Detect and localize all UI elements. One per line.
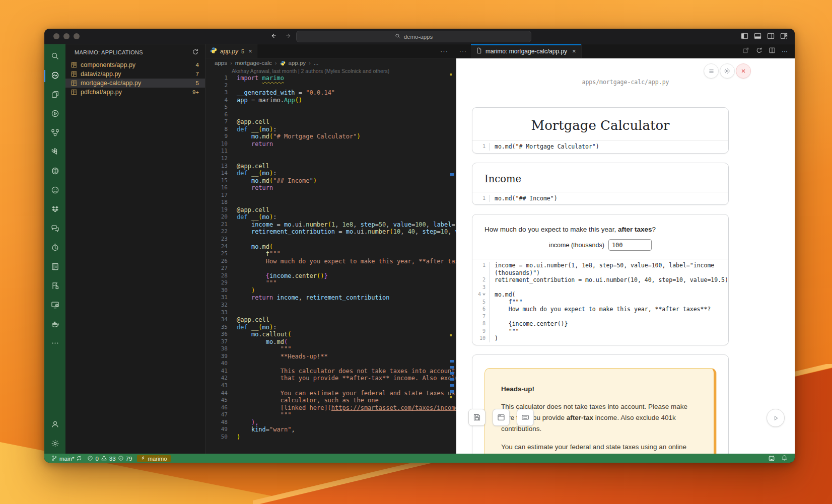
- tab-close-icon[interactable]: ×: [248, 47, 252, 55]
- code-line[interactable]: 4app = marimo.App(): [205, 97, 456, 104]
- problems-status[interactable]: 0 33 79: [87, 455, 132, 462]
- tab-app-py[interactable]: app.py 5 ×: [205, 44, 257, 58]
- code-line[interactable]: 22 retirement_contribution = mo.ui.numbe…: [205, 228, 456, 236]
- code-line[interactable]: 30 ): [205, 287, 456, 295]
- code-line[interactable]: 32: [205, 302, 456, 309]
- code-line[interactable]: 6 How much do you expect to make this ye…: [472, 306, 728, 313]
- code-line[interactable]: 7@app.cell: [205, 118, 456, 126]
- code-line[interactable]: 17: [205, 192, 456, 199]
- code-line[interactable]: 11: [205, 148, 456, 155]
- sidebar-file-pdfchat-app-py[interactable]: pdfchat/app.py9+: [65, 88, 205, 97]
- code-line[interactable]: 44 You can estimate your federal and sta…: [205, 390, 456, 397]
- code-line[interactable]: 2retirement_contribution = mo.ui.number(…: [472, 276, 728, 284]
- toggle-sidebar-icon[interactable]: [741, 32, 748, 40]
- code-line[interactable]: 28 {income.center()}: [205, 272, 456, 280]
- command-center-search[interactable]: demo-apps: [296, 31, 531, 42]
- code-line[interactable]: 29 """: [205, 279, 456, 287]
- code-line[interactable]: 16 return: [205, 184, 456, 192]
- code-line[interactable]: 40: [205, 360, 456, 368]
- marimo-extension-status[interactable]: marimo: [137, 455, 170, 462]
- zoom-window-button[interactable]: [74, 33, 80, 39]
- keyboard-shortcuts-button[interactable]: [517, 409, 534, 426]
- activity-remote-explorer[interactable]: [44, 296, 65, 315]
- code-line[interactable]: 45 calculator, such as the one: [205, 397, 456, 404]
- activity-comments[interactable]: [44, 220, 65, 239]
- open-in-browser-button[interactable]: [493, 409, 510, 426]
- menu-button[interactable]: [704, 63, 719, 79]
- save-button[interactable]: [468, 409, 486, 426]
- activity-marimo[interactable]: [44, 66, 65, 86]
- breadcrumb-item[interactable]: app.py: [289, 60, 306, 66]
- code-line[interactable]: 50): [205, 434, 456, 441]
- code-line[interactable]: 38 """: [205, 345, 456, 353]
- code-line[interactable]: 10 return: [205, 140, 456, 148]
- overview-ruler[interactable]: [449, 44, 456, 454]
- breadcrumb-item[interactable]: ...: [314, 60, 319, 66]
- tab-overflow-icon[interactable]: ···: [456, 44, 471, 58]
- code-line[interactable]: 21 income = mo.ui.number(1, 1e8, step=50…: [205, 221, 456, 229]
- activity-debug-flag[interactable]: [44, 277, 65, 296]
- code-line[interactable]: 1mo.md("# Mortgage Calculator"): [472, 143, 728, 151]
- toggle-secondary-sidebar-icon[interactable]: [767, 32, 775, 40]
- cell-code[interactable]: 1mo.md("## Income"): [472, 192, 728, 205]
- code-line[interactable]: 48 ),: [205, 419, 456, 426]
- code-line[interactable]: 9 """: [472, 328, 728, 335]
- code-line[interactable]: 31 return income, retirement_contributio…: [205, 294, 456, 302]
- code-line[interactable]: 23: [205, 236, 456, 243]
- code-line[interactable]: 1mo.md("## Income"): [472, 195, 728, 202]
- reload-icon[interactable]: [755, 47, 762, 55]
- run-app-button[interactable]: [767, 409, 785, 427]
- code-line[interactable]: 13@app.cell: [205, 163, 456, 170]
- tab-marimo-preview[interactable]: marimo: mortgage-calc/app.py ×: [471, 44, 582, 58]
- code-line[interactable]: 39 **Heads-up!**: [205, 353, 456, 361]
- close-preview-button[interactable]: [736, 63, 751, 79]
- activity-run[interactable]: [44, 105, 65, 124]
- activity-timer[interactable]: [44, 239, 65, 258]
- breadcrumb-item[interactable]: apps: [215, 60, 227, 66]
- settings-gear-button[interactable]: [720, 63, 735, 79]
- tab-close-icon[interactable]: ×: [572, 47, 576, 55]
- code-line[interactable]: 49 kind="warn",: [205, 426, 456, 434]
- code-line[interactable]: 3__generated_with = "0.0.14": [205, 89, 456, 97]
- code-line[interactable]: 18: [205, 199, 456, 206]
- activity-notebook[interactable]: [44, 258, 65, 277]
- activity-graph[interactable]: [44, 124, 65, 143]
- activity-duplicate[interactable]: [44, 86, 65, 105]
- close-window-button[interactable]: [53, 33, 59, 39]
- code-line[interactable]: 10): [472, 335, 728, 342]
- code-line[interactable]: 5: [205, 104, 456, 111]
- open-external-icon[interactable]: [742, 47, 749, 55]
- code-line[interactable]: 4mo.md(: [472, 291, 728, 299]
- minimize-window-button[interactable]: [63, 33, 70, 39]
- code-line[interactable]: 3: [472, 284, 728, 292]
- code-line[interactable]: 9 mo.md("# Mortgage Calculator"): [205, 133, 456, 140]
- code-line[interactable]: 1import marimo: [205, 75, 456, 82]
- back-arrow-icon[interactable]: [270, 32, 277, 39]
- income-number-input[interactable]: [608, 239, 652, 251]
- cell-code[interactable]: 1income = mo.ui.number(1, 1e8, step=50, …: [472, 259, 728, 345]
- code-line[interactable]: 37 mo.md(: [205, 338, 456, 346]
- code-line[interactable]: 8 {income.center()}: [472, 320, 728, 328]
- code-line[interactable]: 47 """: [205, 411, 456, 419]
- activity-github[interactable]: [44, 181, 65, 200]
- code-line[interactable]: 12: [205, 155, 456, 163]
- code-line[interactable]: 43: [205, 382, 456, 390]
- activity-search[interactable]: [44, 47, 65, 66]
- activity-dropbox[interactable]: [44, 200, 65, 220]
- code-line[interactable]: 36 mo.callout(: [205, 331, 456, 338]
- code-line[interactable]: 5 f""": [472, 299, 728, 306]
- code-line[interactable]: 6: [205, 111, 456, 119]
- code-line[interactable]: 15 mo.md("## Income"): [205, 177, 456, 185]
- cell-code[interactable]: 1mo.md("# Mortgage Calculator"): [472, 140, 728, 153]
- code-line[interactable]: (thousands)"): [472, 269, 728, 277]
- toggle-panel-icon[interactable]: [754, 32, 761, 40]
- code-line[interactable]: 41 This calculator does not take taxes i…: [205, 368, 456, 375]
- code-line[interactable]: 33: [205, 309, 456, 317]
- code-line[interactable]: 20def __(mo):: [205, 213, 456, 221]
- code-line[interactable]: 42 that you provide **after-tax** income…: [205, 375, 456, 382]
- activity-more[interactable]: [44, 334, 65, 353]
- code-line[interactable]: 1income = mo.ui.number(1, 1e8, step=50, …: [472, 262, 728, 269]
- code-line[interactable]: 8def __(mo):: [205, 126, 456, 133]
- customize-layout-icon[interactable]: [780, 32, 788, 40]
- breadcrumb-item[interactable]: mortgage-calc: [235, 60, 272, 66]
